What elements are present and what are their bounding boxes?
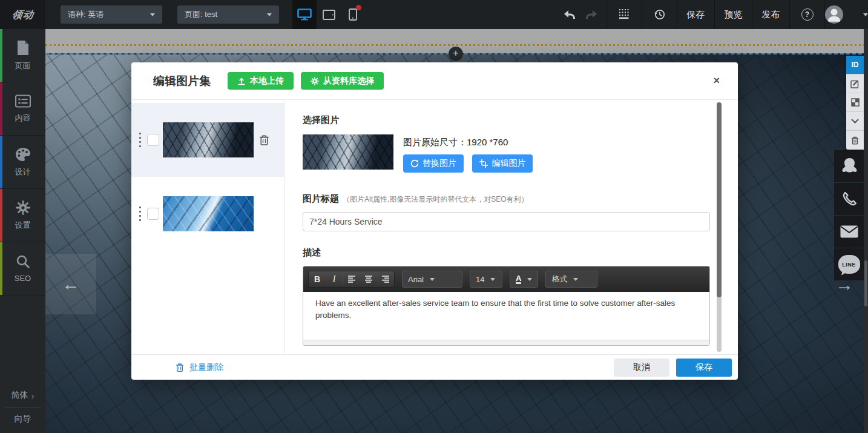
- paragraph-format-dropdown[interactable]: 格式: [545, 271, 597, 288]
- preview-label: 预览: [725, 9, 743, 21]
- bold-button[interactable]: B: [309, 271, 326, 287]
- align-left-icon: [347, 276, 356, 283]
- font-size-dropdown[interactable]: 14: [470, 271, 502, 288]
- refresh-icon: [410, 159, 419, 168]
- gallery-item-1-checkbox[interactable]: [147, 134, 159, 146]
- modal-scrollbar-thumb[interactable]: [717, 102, 722, 297]
- trash-icon[interactable]: [259, 134, 269, 146]
- device-desktop-button[interactable]: [292, 0, 317, 29]
- sidebar-item-design[interactable]: 设计: [0, 136, 45, 189]
- device-tablet-button[interactable]: [317, 0, 341, 29]
- image-title-row: 图片标题 （图片Alt属性,图像无法显示时的替代文本，对SEO有利）: [303, 193, 710, 205]
- content-icon: [15, 94, 31, 108]
- left-sidebar: 页面 内容 设计 设置 SEO 简体 › 向导: [0, 29, 45, 433]
- widget-blocks-button[interactable]: [846, 93, 864, 112]
- topbar: 领动 语种: 英语 页面: test: [0, 0, 868, 29]
- local-upload-button[interactable]: 本地上传: [228, 72, 294, 90]
- page-dropdown[interactable]: 页面: test: [177, 5, 279, 24]
- undo-redo-group: [554, 0, 607, 29]
- tablet-icon: [323, 10, 335, 20]
- save-page-button[interactable]: 保存: [677, 0, 714, 29]
- publish-button[interactable]: 发布: [752, 0, 789, 29]
- drag-handle-icon[interactable]: [139, 133, 141, 147]
- widget-edit-button[interactable]: [846, 74, 864, 93]
- account-menu[interactable]: [824, 0, 868, 29]
- topbar-actions: 保存 预览 发布 ?: [554, 0, 868, 29]
- save-button[interactable]: 保存: [676, 359, 732, 377]
- language-dropdown[interactable]: 语种: 英语: [61, 5, 162, 24]
- align-right-icon: [381, 276, 390, 283]
- from-library-button[interactable]: 从资料库选择: [301, 72, 384, 90]
- description-label: 描述: [303, 247, 321, 257]
- align-center-button[interactable]: [360, 271, 377, 287]
- gear-icon: [311, 77, 319, 85]
- rte-status-bar: [303, 340, 709, 345]
- description-editor-content[interactable]: Have an excellent after-sales service te…: [303, 292, 709, 340]
- gallery-item-1-thumbnail[interactable]: [163, 122, 254, 157]
- close-icon[interactable]: ×: [708, 72, 725, 90]
- gallery-item-2[interactable]: [131, 177, 284, 251]
- redo-button[interactable]: [585, 10, 597, 19]
- page-dropdown-label: 页面: test: [185, 9, 217, 20]
- rte-toolbar: B I Arial: [303, 266, 709, 292]
- sidebar-label: 设置: [15, 220, 31, 231]
- user-avatar-icon: [825, 5, 843, 24]
- history-button[interactable]: [642, 0, 677, 29]
- font-size-value: 14: [476, 275, 484, 284]
- widget-collapse-button[interactable]: [846, 112, 864, 131]
- font-color-button[interactable]: A: [510, 271, 538, 288]
- sidebar-item-seo[interactable]: SEO: [0, 242, 45, 296]
- sidebar-item-settings[interactable]: 设置: [0, 189, 45, 242]
- modal-header: 编辑图片集 本地上传 从资料库选择 ×: [131, 62, 738, 100]
- blocks-icon: [851, 98, 860, 107]
- image-title-input[interactable]: [303, 212, 710, 231]
- grid-toggle-button[interactable]: [607, 0, 642, 29]
- sidebar-label: 内容: [15, 113, 31, 124]
- image-title-hint: （图片Alt属性,图像无法显示时的替代文本，对SEO有利）: [343, 194, 528, 205]
- app-scrollbar-thumb[interactable]: [864, 260, 867, 306]
- select-image-label: 选择图片: [303, 114, 710, 126]
- app-logo[interactable]: 领动: [0, 0, 45, 29]
- qq-contact-button[interactable]: [834, 150, 864, 182]
- font-color-glyph: A: [516, 274, 521, 284]
- italic-button[interactable]: I: [326, 271, 343, 287]
- align-right-button[interactable]: [377, 271, 394, 287]
- undo-button[interactable]: [564, 10, 576, 19]
- chevron-down-icon: [851, 119, 859, 124]
- email-contact-button[interactable]: [834, 216, 864, 248]
- replace-image-button[interactable]: 替换图片: [403, 154, 464, 173]
- guide-label: 向导: [15, 414, 31, 425]
- drag-handle-icon[interactable]: [139, 207, 141, 221]
- gallery-item-2-checkbox[interactable]: [147, 208, 159, 220]
- guide-item[interactable]: 向导: [0, 408, 45, 431]
- chevron-down-icon: [863, 13, 868, 16]
- selected-image-row: 图片原始尺寸：1920 *760 替换图片: [303, 134, 710, 173]
- edit-image-button[interactable]: 编辑图片: [472, 154, 533, 173]
- gear-icon: [16, 200, 30, 215]
- language-switch-label: 简体: [12, 390, 28, 401]
- font-family-dropdown[interactable]: Arial: [402, 271, 462, 288]
- device-mobile-button[interactable]: [341, 0, 365, 29]
- pencil-square-icon: [850, 79, 860, 88]
- align-left-button[interactable]: [343, 271, 360, 287]
- chevron-down-icon: [150, 13, 155, 16]
- preview-button[interactable]: 预览: [714, 0, 752, 29]
- app-scrollbar[interactable]: [864, 29, 868, 433]
- gallery-item-2-thumbnail[interactable]: [163, 196, 254, 231]
- widget-delete-button[interactable]: [846, 131, 864, 150]
- line-contact-button[interactable]: LINE: [834, 248, 864, 280]
- selected-image-preview: [303, 134, 393, 170]
- help-button[interactable]: ?: [789, 0, 824, 29]
- language-switch-item[interactable]: 简体 ›: [0, 384, 45, 407]
- modal-scrollbar[interactable]: [717, 102, 722, 352]
- modal-footer: 批量删除 取消 保存: [131, 354, 738, 380]
- save-page-label: 保存: [687, 9, 705, 21]
- sidebar-item-pages[interactable]: 页面: [0, 29, 45, 82]
- phone-contact-button[interactable]: [834, 183, 864, 215]
- batch-delete-link[interactable]: 批量删除: [176, 362, 223, 373]
- cancel-button[interactable]: 取消: [614, 359, 669, 377]
- sidebar-item-content[interactable]: 内容: [0, 82, 45, 136]
- image-action-buttons: 替换图片 编辑图片: [403, 148, 539, 173]
- widget-id-badge[interactable]: ID: [846, 56, 864, 74]
- gallery-item-1[interactable]: [131, 103, 284, 177]
